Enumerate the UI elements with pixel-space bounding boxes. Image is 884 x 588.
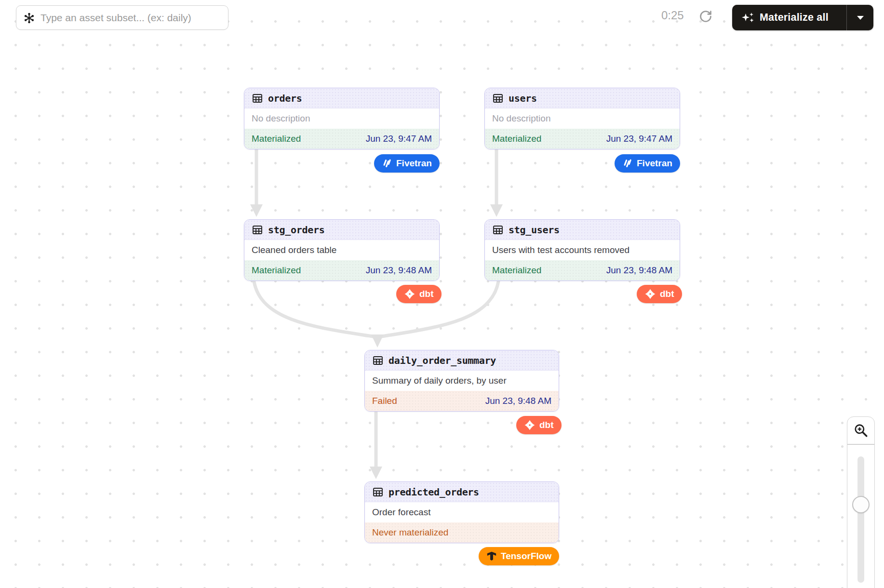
badge-label: Fivetran	[396, 158, 432, 169]
materialize-timer: 0:25	[661, 9, 684, 22]
status-label: Failed	[372, 396, 397, 406]
dbt-icon	[524, 419, 536, 431]
asset-node-users[interactable]: users No description Materialized Jun 23…	[484, 88, 680, 149]
dbt-icon	[644, 288, 656, 300]
materialize-all-label: Materialize all	[760, 12, 829, 24]
arrowhead	[490, 204, 503, 217]
status-label: Never materialized	[372, 527, 448, 538]
materialize-all-button[interactable]: Materialize all	[732, 5, 846, 30]
arrowhead	[371, 334, 384, 347]
asset-node-predicted_orders[interactable]: predicted_orders Order forecast Never ma…	[364, 481, 559, 543]
asset-header: stg_users	[485, 220, 680, 240]
asset-description: Order forecast	[365, 502, 559, 522]
materialize-options-button[interactable]	[847, 5, 873, 30]
table-icon	[372, 486, 384, 498]
asset-header: daily_order_summary	[365, 350, 559, 371]
zoom-slider-thumb[interactable]	[852, 496, 870, 513]
asset-name: users	[509, 93, 537, 104]
status-timestamp: Jun 23, 9:47 AM	[366, 134, 432, 144]
badge-label: TensorFlow	[501, 551, 551, 561]
asset-header: orders	[244, 88, 439, 108]
asset-node-stg_orders[interactable]: stg_orders Cleaned orders table Material…	[244, 219, 440, 281]
asset-status-row: Materialized Jun 23, 9:48 AM	[485, 260, 680, 281]
integration-badge-dbt: dbt	[637, 285, 682, 303]
table-icon	[492, 224, 504, 236]
asset-description: No description	[244, 108, 439, 129]
fivetran-icon	[382, 158, 392, 169]
asset-graph-canvas[interactable]: orders No description Materialized Jun 2…	[0, 0, 884, 588]
asset-status-row: Materialized Jun 23, 9:47 AM	[244, 129, 439, 149]
zoom-slider-panel	[847, 444, 875, 588]
asset-description: Summary of daily orders, by user	[365, 371, 559, 391]
integration-badge-tensorflow: TensorFlow	[479, 547, 559, 565]
badge-label: dbt	[539, 420, 554, 430]
asset-name: predicted_orders	[388, 486, 479, 498]
asset-status-row: Materialized Jun 23, 9:47 AM	[485, 129, 680, 149]
asset-name: orders	[268, 93, 302, 104]
asset-node-orders[interactable]: orders No description Materialized Jun 2…	[244, 88, 440, 149]
asset-header: users	[485, 88, 680, 108]
integration-badge-fivetran: Fivetran	[374, 154, 440, 173]
asset-name: stg_users	[509, 224, 560, 236]
asset-search	[16, 5, 228, 30]
materialize-all-button-group: Materialize all	[732, 5, 873, 30]
fivetran-icon	[622, 158, 633, 169]
status-label: Materialized	[492, 265, 541, 276]
asset-header: predicted_orders	[365, 482, 559, 502]
sparkles-icon	[741, 12, 754, 24]
asset-description: Cleaned orders table	[244, 240, 439, 260]
table-icon	[492, 93, 504, 104]
status-label: Materialized	[252, 134, 301, 144]
table-icon	[372, 355, 384, 366]
asset-node-stg_users[interactable]: stg_users Users with test accounts remov…	[484, 219, 680, 281]
search-input[interactable]	[16, 6, 228, 29]
asset-name: daily_order_summary	[388, 355, 496, 366]
table-icon	[252, 224, 263, 236]
dbt-icon	[404, 288, 415, 300]
integration-badge-dbt: dbt	[516, 416, 562, 434]
table-icon	[252, 93, 263, 104]
asset-header: stg_orders	[244, 220, 439, 240]
status-timestamp: Jun 23, 9:48 AM	[606, 265, 672, 276]
chevron-down-icon	[857, 16, 864, 20]
status-timestamp: Jun 23, 9:47 AM	[606, 134, 672, 144]
integration-badge-dbt: dbt	[396, 285, 442, 303]
refresh-icon[interactable]	[699, 10, 712, 25]
badge-label: dbt	[419, 289, 434, 299]
status-label: Materialized	[252, 265, 301, 276]
status-label: Materialized	[492, 134, 541, 144]
edge-stg_orders-daily	[254, 281, 375, 337]
arrowhead	[370, 467, 382, 479]
zoom-in-icon	[854, 423, 868, 438]
asset-description: Users with test accounts removed	[485, 240, 680, 260]
zoom-slider[interactable]	[857, 456, 864, 583]
asset-node-daily_order_summary[interactable]: daily_order_summary Summary of daily ord…	[364, 350, 559, 412]
asset-status-row: Failed Jun 23, 9:48 AM	[365, 391, 559, 411]
asset-status-row: Materialized Jun 23, 9:48 AM	[244, 260, 439, 281]
asset-graph-icon	[23, 12, 36, 25]
arrowhead	[250, 204, 263, 217]
badge-label: Fivetran	[637, 158, 672, 169]
zoom-in-button[interactable]	[847, 416, 875, 444]
tensorflow-icon	[486, 551, 497, 561]
asset-description: No description	[485, 108, 680, 129]
status-timestamp: Jun 23, 9:48 AM	[366, 265, 432, 276]
asset-status-row: Never materialized	[365, 522, 559, 543]
badge-label: dbt	[660, 289, 674, 299]
integration-badge-fivetran: Fivetran	[615, 154, 680, 173]
status-timestamp: Jun 23, 9:48 AM	[485, 396, 551, 406]
asset-name: stg_orders	[268, 224, 324, 236]
